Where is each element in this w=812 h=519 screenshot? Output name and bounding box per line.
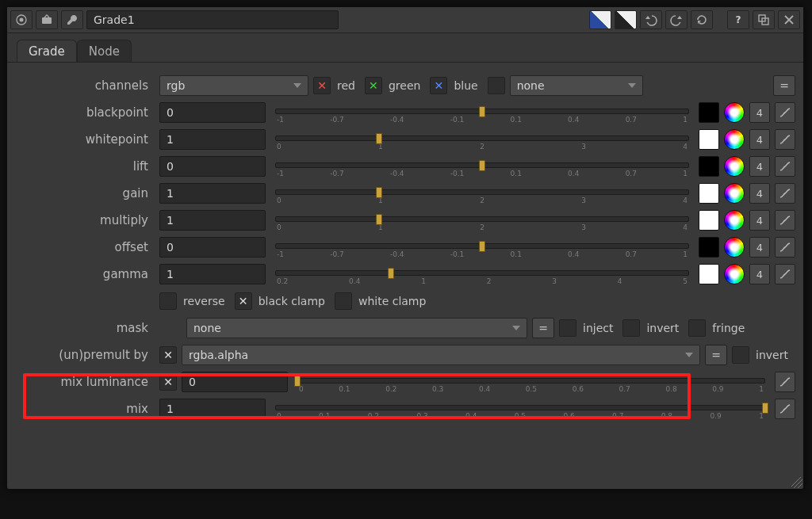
lift-slider[interactable]: -1-0.7-0.4-0.10.10.40.71 — [275, 155, 689, 177]
checkbox-mask-invert[interactable] — [622, 319, 640, 337]
blackpoint-value[interactable]: 0 — [159, 102, 266, 123]
wrench-icon[interactable] — [61, 10, 83, 29]
checkbox-red[interactable]: ✕ — [313, 77, 331, 94]
mask-equal-button[interactable]: = — [532, 318, 554, 338]
whitepoint-label: whitepoint — [15, 132, 155, 147]
blackpoint-row: blackpoint0-1-0.7-0.4-0.10.10.40.714 — [15, 99, 795, 126]
checkbox-mix-luminance[interactable]: ✕ — [159, 373, 177, 391]
properties-body: channels rgb ✕ red ✕ green ✕ blue none =… — [7, 63, 803, 430]
mask-dropdown[interactable]: none — [186, 318, 527, 338]
mix-luminance-slider[interactable]: 00.10.20.30.40.50.60.70.80.91 — [297, 371, 765, 393]
whitepoint-color-wheel-icon[interactable] — [724, 129, 745, 150]
fg-bg-toggle-b[interactable] — [615, 10, 637, 29]
checkbox-blue[interactable]: ✕ — [430, 77, 447, 94]
node-name-field[interactable]: Grade1 — [86, 10, 339, 29]
checkbox-unpremult[interactable]: ✕ — [159, 346, 177, 364]
mix-luminance-curve-button[interactable] — [775, 372, 795, 392]
whitepoint-slider[interactable]: 01234 — [275, 128, 689, 151]
lift-color-wheel-icon[interactable] — [724, 156, 745, 177]
offset-value[interactable]: 0 — [159, 237, 266, 258]
offset-channels-button[interactable]: 4 — [749, 237, 770, 258]
blackpoint-color-wheel-icon[interactable] — [724, 102, 745, 123]
gamma-channels-button[interactable]: 4 — [749, 264, 770, 284]
gamma-color-wheel-icon[interactable] — [724, 264, 745, 284]
offset-curve-button[interactable] — [775, 237, 795, 258]
gamma-swatch[interactable] — [699, 264, 719, 284]
tv-icon[interactable] — [36, 10, 58, 29]
tab-node[interactable]: Node — [77, 40, 132, 62]
panel-toolbar: Grade1 ? — [7, 7, 803, 33]
mix-curve-button[interactable] — [775, 399, 795, 419]
gain-slider[interactable]: 01234 — [275, 182, 689, 204]
multiply-swatch[interactable] — [699, 210, 719, 231]
whitepoint-swatch[interactable] — [699, 129, 719, 150]
whitepoint-channels-button[interactable]: 4 — [749, 129, 770, 150]
gamma-value[interactable]: 1 — [159, 264, 266, 284]
chevron-down-icon — [685, 353, 693, 357]
svg-rect-2 — [42, 17, 52, 24]
checkbox-unpremult-invert[interactable] — [732, 346, 749, 364]
checkbox-alpha[interactable] — [488, 77, 505, 94]
float-panel-icon[interactable] — [753, 10, 775, 29]
undo-icon[interactable] — [640, 10, 662, 29]
offset-swatch[interactable] — [699, 237, 719, 258]
gamma-curve-button[interactable] — [775, 264, 795, 284]
offset-color-wheel-icon[interactable] — [724, 237, 745, 258]
checkbox-black-clamp[interactable]: ✕ — [235, 292, 252, 310]
unpremult-dropdown[interactable]: rgba.alpha — [182, 345, 700, 365]
unpremult-equal-button[interactable]: = — [705, 345, 727, 365]
whitepoint-value[interactable]: 1 — [159, 129, 266, 150]
blackpoint-curve-button[interactable] — [775, 102, 795, 123]
multiply-channels-button[interactable]: 4 — [749, 210, 770, 231]
redo-icon[interactable] — [665, 10, 688, 29]
reset-icon[interactable] — [691, 10, 713, 29]
checkbox-green[interactable]: ✕ — [365, 77, 382, 94]
gamma-row: gamma10.20.4123454 — [15, 261, 795, 288]
mask-row: mask none = inject invert fringe — [15, 315, 795, 342]
offset-slider[interactable]: -1-0.7-0.4-0.10.10.40.71 — [275, 236, 689, 258]
multiply-curve-button[interactable] — [775, 210, 795, 231]
checkbox-reverse[interactable] — [159, 292, 177, 310]
channels-dropdown[interactable]: rgb — [159, 75, 308, 96]
whitepoint-curve-button[interactable] — [775, 129, 795, 150]
label-green: green — [387, 79, 425, 92]
chevron-down-icon — [512, 326, 520, 330]
lift-swatch[interactable] — [699, 156, 719, 177]
gain-swatch[interactable] — [699, 183, 719, 204]
checkbox-white-clamp[interactable] — [335, 292, 352, 310]
fg-bg-toggle-a[interactable] — [589, 10, 611, 29]
resize-handle-icon[interactable] — [791, 477, 802, 488]
multiply-color-wheel-icon[interactable] — [724, 210, 745, 231]
target-icon[interactable] — [10, 10, 33, 29]
gain-curve-button[interactable] — [775, 183, 795, 204]
multiply-value[interactable]: 1 — [159, 210, 266, 231]
lift-channels-button[interactable]: 4 — [749, 156, 770, 177]
gain-color-wheel-icon[interactable] — [724, 183, 745, 204]
lift-curve-button[interactable] — [775, 156, 795, 177]
blackpoint-channels-button[interactable]: 4 — [749, 102, 770, 123]
label-fringe: fringe — [710, 322, 749, 334]
unpremult-row: (un)premult by ✕ rgba.alpha = invert — [15, 342, 795, 368]
gain-value[interactable]: 1 — [159, 183, 266, 204]
label-white-clamp: white clamp — [357, 295, 431, 307]
multiply-slider[interactable]: 01234 — [275, 209, 689, 231]
chevron-down-icon — [293, 83, 301, 88]
channels-equal-button[interactable]: = — [773, 75, 795, 96]
whitepoint-row: whitepoint1012344 — [15, 126, 795, 153]
help-icon[interactable]: ? — [727, 10, 749, 29]
checkbox-fringe[interactable] — [688, 319, 706, 337]
gain-channels-button[interactable]: 4 — [749, 183, 770, 204]
blackpoint-swatch[interactable] — [699, 102, 719, 123]
mix-slider[interactable]: 00.10.20.30.40.50.60.70.80.91 — [275, 398, 765, 420]
tab-grade[interactable]: Grade — [17, 40, 77, 62]
alpha-dropdown[interactable]: none — [510, 75, 643, 96]
mix-value[interactable]: 1 — [159, 399, 266, 419]
label-red: red — [335, 79, 360, 92]
close-panel-icon[interactable] — [778, 10, 800, 29]
checkbox-inject[interactable] — [559, 319, 576, 337]
unpremult-dropdown-value: rgba.alpha — [189, 349, 248, 361]
gamma-slider[interactable]: 0.20.412345 — [275, 263, 689, 285]
blackpoint-slider[interactable]: -1-0.7-0.4-0.10.10.40.71 — [275, 101, 689, 124]
mix-luminance-value[interactable]: 0 — [182, 372, 288, 392]
lift-value[interactable]: 0 — [159, 156, 266, 177]
